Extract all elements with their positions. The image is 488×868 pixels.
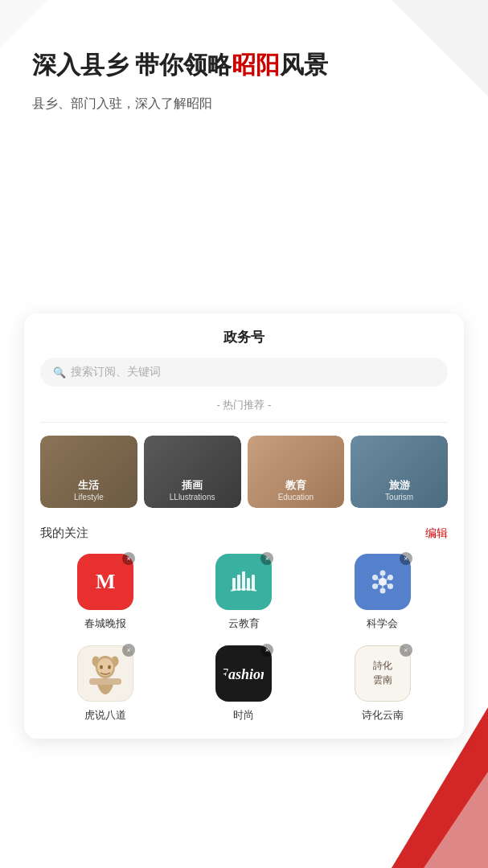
follow-item-春城晚报[interactable]: M×春城晚报 bbox=[40, 554, 170, 631]
category-en-3: Tourism bbox=[385, 493, 413, 502]
card-title: 政务号 bbox=[24, 313, 464, 358]
follows-section: 我的关注 编辑 M×春城晚报 ×云教育 ×科学会 ×虎说八道 bbox=[24, 526, 464, 723]
hero-title-part1: 深入县乡 带你领略 bbox=[32, 51, 232, 78]
category-zh-0: 生活 bbox=[74, 479, 104, 493]
follow-item-时尚[interactable]: Fashion ×时尚 bbox=[178, 645, 309, 723]
follow-close-春城晚报[interactable]: × bbox=[122, 552, 135, 565]
follow-item-云教育[interactable]: ×云教育 bbox=[178, 554, 309, 631]
svg-text:雲南: 雲南 bbox=[373, 674, 392, 686]
svg-point-6 bbox=[379, 571, 385, 576]
main-card: 政务号 🔍 搜索订阅、关键词 - 热门推荐 - 生活Lifestyle插画LLl… bbox=[24, 313, 464, 739]
svg-point-10 bbox=[372, 583, 378, 589]
category-item-tourism[interactable]: 旅游Tourism bbox=[351, 436, 448, 508]
follow-name-春城晚报: 春城晚报 bbox=[84, 616, 126, 631]
svg-line-17 bbox=[377, 584, 379, 586]
follow-avatar-wrapper-5: 詩化 雲南 × bbox=[355, 645, 411, 702]
follow-name-时尚: 时尚 bbox=[233, 708, 254, 723]
follow-name-云教育: 云教育 bbox=[228, 616, 260, 631]
follow-avatar-wrapper-4: Fashion × bbox=[215, 645, 272, 702]
svg-point-7 bbox=[388, 575, 393, 580]
follow-item-诗化云南[interactable]: 詩化 雲南 ×诗化云南 bbox=[318, 645, 448, 723]
search-icon: 🔍 bbox=[53, 366, 66, 379]
follow-item-虎说八道[interactable]: ×虎说八道 bbox=[40, 645, 170, 723]
follow-close-科学会[interactable]: × bbox=[400, 552, 412, 565]
svg-text:詩化: 詩化 bbox=[373, 660, 392, 671]
follow-close-云教育[interactable]: × bbox=[260, 552, 273, 565]
edit-button[interactable]: 编辑 bbox=[425, 526, 448, 541]
follow-close-诗化云南[interactable]: × bbox=[400, 644, 412, 657]
follow-name-虎说八道: 虎说八道 bbox=[84, 708, 126, 723]
category-en-2: Education bbox=[278, 493, 314, 502]
svg-rect-2 bbox=[242, 571, 245, 591]
svg-rect-4 bbox=[252, 575, 255, 591]
follow-name-诗化云南: 诗化云南 bbox=[362, 708, 404, 723]
follows-title: 我的关注 bbox=[40, 526, 88, 541]
category-en-0: Lifestyle bbox=[74, 493, 104, 502]
svg-line-16 bbox=[377, 579, 379, 580]
svg-rect-1 bbox=[237, 575, 240, 591]
svg-text:Fashion: Fashion bbox=[223, 666, 264, 682]
follow-avatar-wrapper-0: M× bbox=[77, 554, 133, 610]
svg-line-15 bbox=[386, 584, 388, 586]
follows-header: 我的关注 编辑 bbox=[40, 526, 448, 541]
svg-rect-0 bbox=[232, 578, 236, 591]
svg-line-14 bbox=[386, 579, 388, 580]
search-bar[interactable]: 🔍 搜索订阅、关键词 bbox=[40, 358, 448, 387]
follow-close-虎说八道[interactable]: × bbox=[122, 644, 135, 657]
svg-point-9 bbox=[379, 588, 385, 594]
hot-divider bbox=[40, 422, 448, 423]
category-item-lifestyle[interactable]: 生活Lifestyle bbox=[40, 436, 137, 508]
follows-grid: M×春城晚报 ×云教育 ×科学会 ×虎说八道 Fashion ×时尚 詩化 雲南 bbox=[40, 554, 448, 723]
svg-point-5 bbox=[379, 578, 387, 586]
follow-avatar-wrapper-1: × bbox=[215, 554, 272, 610]
category-zh-2: 教育 bbox=[278, 479, 314, 493]
follow-name-科学会: 科学会 bbox=[367, 616, 398, 631]
svg-rect-22 bbox=[89, 678, 121, 685]
category-zh-3: 旅游 bbox=[385, 479, 413, 493]
category-grid: 生活Lifestyle插画LLlustrations教育Education旅游T… bbox=[40, 436, 448, 508]
svg-point-20 bbox=[100, 665, 103, 669]
hero-title-highlight: 昭阳 bbox=[232, 51, 280, 78]
follow-avatar-wrapper-3: × bbox=[77, 645, 133, 702]
search-placeholder: 搜索订阅、关键词 bbox=[71, 365, 161, 379]
follow-close-时尚[interactable]: × bbox=[260, 644, 273, 657]
category-item-lllustrations[interactable]: 插画LLlustrations bbox=[144, 436, 241, 508]
svg-point-21 bbox=[108, 665, 111, 669]
svg-point-8 bbox=[388, 583, 393, 589]
category-zh-1: 插画 bbox=[170, 479, 215, 493]
bg-decoration-top-left bbox=[0, 0, 48, 48]
svg-point-11 bbox=[372, 575, 378, 580]
bg-decoration-top-right bbox=[392, 0, 488, 96]
follow-avatar-wrapper-2: × bbox=[355, 554, 411, 610]
category-en-1: LLlustrations bbox=[170, 493, 215, 502]
category-item-education[interactable]: 教育Education bbox=[248, 436, 345, 508]
follow-item-科学会[interactable]: ×科学会 bbox=[318, 554, 448, 631]
hero-title-part2: 风景 bbox=[280, 51, 328, 78]
hot-label: - 热门推荐 - bbox=[24, 398, 464, 412]
